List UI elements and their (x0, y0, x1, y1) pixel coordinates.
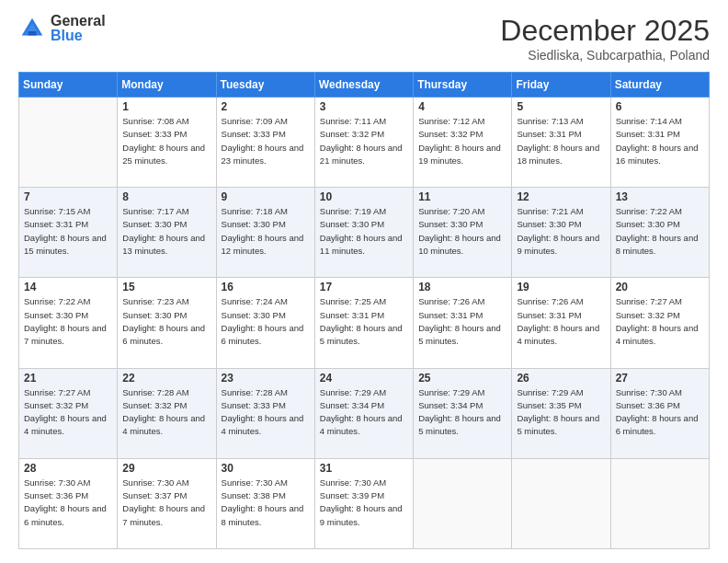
day-number: 18 (418, 281, 506, 293)
day-info: Sunrise: 7:27 AMSunset: 3:32 PMDaylight:… (616, 295, 704, 348)
day-info: Sunrise: 7:30 AMSunset: 3:38 PMDaylight:… (222, 477, 310, 529)
calendar-cell: 25Sunrise: 7:29 AMSunset: 3:34 PMDayligh… (414, 368, 512, 458)
sunrise-text: Sunrise: 7:28 AM (222, 386, 310, 399)
day-number: 23 (222, 372, 310, 385)
day-info: Sunrise: 7:29 AMSunset: 3:34 PMDaylight:… (320, 386, 408, 439)
day-info: Sunrise: 7:22 AMSunset: 3:30 PMDaylight:… (24, 295, 112, 348)
sunset-text: Sunset: 3:38 PM (222, 489, 310, 502)
sunset-text: Sunset: 3:32 PM (616, 309, 704, 322)
day-info: Sunrise: 7:28 AMSunset: 3:32 PMDaylight:… (122, 386, 210, 439)
daylight-text: Daylight: 8 hours and 4 minutes. (222, 412, 310, 439)
sunset-text: Sunset: 3:30 PM (320, 218, 408, 231)
calendar-cell: 10Sunrise: 7:19 AMSunset: 3:30 PMDayligh… (314, 188, 413, 278)
day-info: Sunrise: 7:30 AMSunset: 3:36 PMDaylight:… (24, 477, 112, 529)
day-info: Sunrise: 7:25 AMSunset: 3:31 PMDaylight:… (320, 295, 408, 348)
day-number: 28 (24, 462, 112, 475)
sunset-text: Sunset: 3:30 PM (122, 309, 210, 322)
sunset-text: Sunset: 3:33 PM (222, 128, 310, 141)
daylight-text: Daylight: 8 hours and 18 minutes. (517, 142, 605, 168)
calendar-cell: 29Sunrise: 7:30 AMSunset: 3:37 PMDayligh… (118, 458, 216, 548)
day-number: 2 (222, 100, 310, 113)
day-info: Sunrise: 7:24 AMSunset: 3:30 PMDaylight:… (222, 295, 310, 348)
sunrise-text: Sunrise: 7:27 AM (616, 295, 704, 308)
day-info: Sunrise: 7:13 AMSunset: 3:31 PMDaylight:… (517, 115, 605, 167)
calendar-cell: 31Sunrise: 7:30 AMSunset: 3:39 PMDayligh… (314, 458, 413, 548)
daylight-text: Daylight: 8 hours and 4 minutes. (517, 322, 605, 349)
sunset-text: Sunset: 3:37 PM (122, 489, 210, 502)
daylight-text: Daylight: 8 hours and 6 minutes. (24, 502, 112, 529)
day-info: Sunrise: 7:30 AMSunset: 3:37 PMDaylight:… (122, 477, 210, 529)
sunset-text: Sunset: 3:30 PM (616, 218, 704, 231)
day-info: Sunrise: 7:20 AMSunset: 3:30 PMDaylight:… (418, 205, 506, 258)
sunrise-text: Sunrise: 7:17 AM (122, 205, 210, 218)
day-number: 19 (517, 281, 605, 293)
day-info: Sunrise: 7:09 AMSunset: 3:33 PMDaylight:… (222, 115, 310, 167)
calendar-cell: 30Sunrise: 7:30 AMSunset: 3:38 PMDayligh… (216, 458, 314, 548)
day-number: 12 (517, 190, 605, 203)
daylight-text: Daylight: 8 hours and 16 minutes. (616, 142, 704, 168)
calendar-cell: 24Sunrise: 7:29 AMSunset: 3:34 PMDayligh… (314, 368, 413, 458)
day-number: 25 (418, 372, 506, 385)
daylight-text: Daylight: 8 hours and 6 minutes. (222, 322, 310, 349)
calendar-cell: 11Sunrise: 7:20 AMSunset: 3:30 PMDayligh… (414, 188, 512, 278)
daylight-text: Daylight: 8 hours and 7 minutes. (122, 502, 210, 529)
title-section: December 2025 Siedliska, Subcarpathia, P… (500, 14, 710, 63)
sunrise-text: Sunrise: 7:29 AM (418, 386, 506, 399)
day-info: Sunrise: 7:30 AMSunset: 3:36 PMDaylight:… (616, 386, 704, 439)
sunset-text: Sunset: 3:32 PM (418, 128, 506, 141)
day-info: Sunrise: 7:26 AMSunset: 3:31 PMDaylight:… (418, 295, 506, 348)
day-number: 14 (24, 281, 112, 293)
sunrise-text: Sunrise: 7:29 AM (517, 386, 605, 399)
calendar-cell: 1Sunrise: 7:08 AMSunset: 3:33 PMDaylight… (118, 98, 216, 188)
sunset-text: Sunset: 3:30 PM (418, 218, 506, 231)
daylight-text: Daylight: 8 hours and 9 minutes. (517, 232, 605, 259)
daylight-text: Daylight: 8 hours and 8 minutes. (222, 502, 310, 529)
calendar-cell: 20Sunrise: 7:27 AMSunset: 3:32 PMDayligh… (610, 278, 709, 368)
sunset-text: Sunset: 3:30 PM (517, 218, 605, 231)
calendar-cell (19, 98, 118, 188)
sunset-text: Sunset: 3:31 PM (24, 218, 112, 231)
sunrise-text: Sunrise: 7:30 AM (24, 477, 112, 489)
weekday-header-tuesday: Tuesday (216, 73, 314, 98)
month-title: December 2025 (500, 14, 710, 48)
day-info: Sunrise: 7:12 AMSunset: 3:32 PMDaylight:… (418, 115, 506, 167)
header: General Blue December 2025 Siedliska, Su… (18, 14, 710, 63)
daylight-text: Daylight: 8 hours and 23 minutes. (222, 142, 310, 168)
daylight-text: Daylight: 8 hours and 4 minutes. (320, 412, 408, 439)
calendar-cell: 5Sunrise: 7:13 AMSunset: 3:31 PMDaylight… (512, 98, 610, 188)
sunset-text: Sunset: 3:30 PM (222, 218, 310, 231)
day-number: 24 (320, 372, 408, 385)
sunrise-text: Sunrise: 7:15 AM (24, 205, 112, 218)
day-info: Sunrise: 7:28 AMSunset: 3:33 PMDaylight:… (222, 386, 310, 439)
sunset-text: Sunset: 3:31 PM (418, 309, 506, 322)
day-info: Sunrise: 7:27 AMSunset: 3:32 PMDaylight:… (24, 386, 112, 439)
logo-text: General Blue (51, 14, 106, 43)
sunset-text: Sunset: 3:31 PM (517, 128, 605, 141)
day-number: 5 (517, 100, 605, 113)
calendar-week-row: 28Sunrise: 7:30 AMSunset: 3:36 PMDayligh… (19, 458, 710, 548)
daylight-text: Daylight: 8 hours and 13 minutes. (122, 232, 210, 259)
calendar-week-row: 21Sunrise: 7:27 AMSunset: 3:32 PMDayligh… (19, 368, 710, 458)
day-info: Sunrise: 7:21 AMSunset: 3:30 PMDaylight:… (517, 205, 605, 258)
calendar-cell (610, 458, 709, 548)
calendar-cell: 6Sunrise: 7:14 AMSunset: 3:31 PMDaylight… (610, 98, 709, 188)
calendar-week-row: 14Sunrise: 7:22 AMSunset: 3:30 PMDayligh… (19, 278, 710, 368)
svg-rect-2 (28, 31, 37, 36)
day-info: Sunrise: 7:11 AMSunset: 3:32 PMDaylight:… (320, 115, 408, 167)
calendar-cell: 2Sunrise: 7:09 AMSunset: 3:33 PMDaylight… (216, 98, 314, 188)
calendar-cell: 4Sunrise: 7:12 AMSunset: 3:32 PMDaylight… (414, 98, 512, 188)
day-number: 17 (320, 281, 408, 293)
daylight-text: Daylight: 8 hours and 15 minutes. (24, 232, 112, 259)
day-number: 8 (122, 190, 210, 203)
calendar-cell: 15Sunrise: 7:23 AMSunset: 3:30 PMDayligh… (118, 278, 216, 368)
day-info: Sunrise: 7:26 AMSunset: 3:31 PMDaylight:… (517, 295, 605, 348)
daylight-text: Daylight: 8 hours and 4 minutes. (616, 322, 704, 349)
daylight-text: Daylight: 8 hours and 8 minutes. (616, 232, 704, 259)
daylight-text: Daylight: 8 hours and 9 minutes. (320, 502, 408, 529)
day-info: Sunrise: 7:14 AMSunset: 3:31 PMDaylight:… (616, 115, 704, 167)
calendar-cell: 16Sunrise: 7:24 AMSunset: 3:30 PMDayligh… (216, 278, 314, 368)
daylight-text: Daylight: 8 hours and 7 minutes. (24, 322, 112, 349)
day-number: 27 (616, 372, 704, 385)
sunrise-text: Sunrise: 7:19 AM (320, 205, 408, 218)
calendar-cell: 9Sunrise: 7:18 AMSunset: 3:30 PMDaylight… (216, 188, 314, 278)
